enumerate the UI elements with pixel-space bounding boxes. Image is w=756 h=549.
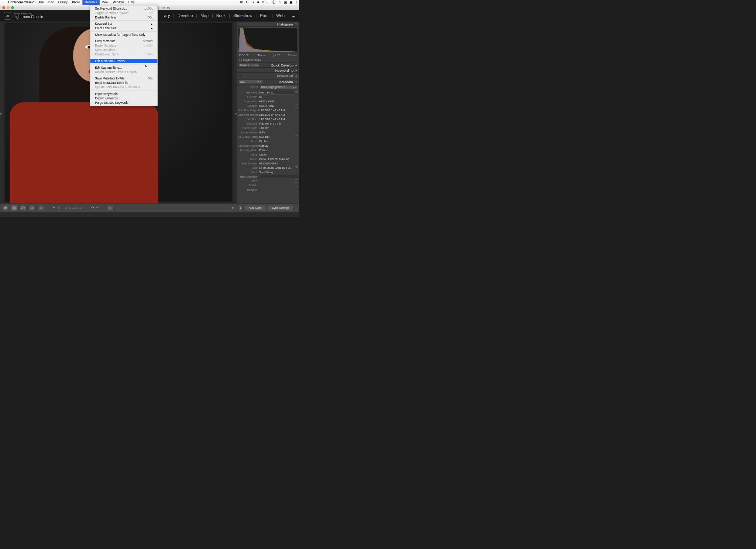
- metadata-value: Canon: [259, 153, 298, 156]
- flame-icon[interactable]: ♨: [278, 0, 281, 4]
- module-develop[interactable]: Develop: [174, 13, 196, 18]
- people-view-button[interactable]: ☺: [38, 205, 44, 211]
- screen-icon[interactable]: ⌑: [262, 0, 264, 4]
- module-book[interactable]: Book: [213, 13, 229, 18]
- module-web[interactable]: Web: [273, 13, 288, 18]
- cloud-sync-icon[interactable]: ☁: [291, 13, 295, 18]
- app-menu[interactable]: Lightroom Classic: [6, 1, 37, 4]
- display-icon[interactable]: ▭: [266, 0, 269, 4]
- metadata-label: Date Time Digitized: [238, 113, 259, 116]
- keywording-header[interactable]: Keywording◀: [237, 68, 299, 73]
- camera-icon[interactable]: ■: [257, 0, 259, 4]
- auto-sync-switch[interactable]: ▮: [239, 205, 243, 211]
- module-map[interactable]: Map: [197, 13, 212, 18]
- auto-sync-button[interactable]: Auto Sync: [244, 205, 266, 211]
- identity-line1: Adobe Photoshop: [13, 12, 43, 15]
- rotate-ccw-button[interactable]: ↶: [91, 206, 94, 210]
- metadata-value: Did fire: [259, 140, 298, 143]
- metadata-label: Exposure Program: [238, 144, 259, 147]
- metadata-action-button[interactable]: ⇢: [295, 91, 298, 94]
- metadata-row: Cropped6720 x 4480⇢: [238, 104, 298, 108]
- close-window-button[interactable]: [2, 6, 5, 9]
- right-panel: Histogram▼ ISO 100 140 mm ƒ / 5.6 ¹⁄₁₂₅ …: [237, 21, 299, 204]
- menu-photo[interactable]: Photo: [70, 0, 82, 5]
- loupe-view-button[interactable]: ▭: [11, 205, 18, 211]
- survey-view-button[interactable]: ⊞: [29, 205, 35, 211]
- metadata-value: ¹⁄₁₂₅ sec at ƒ / 5.6: [259, 122, 298, 125]
- collapse-right-icon: [235, 112, 237, 115]
- menu-item: Update DNG Preview & Metadata: [90, 85, 158, 89]
- menu-library[interactable]: Library: [56, 0, 70, 5]
- menu-item[interactable]: Import Keywords...: [90, 92, 158, 96]
- status-icon[interactable]: ⦿: [240, 0, 243, 4]
- face-detect-button[interactable]: ☺: [107, 205, 114, 211]
- compare-view-button[interactable]: XY: [20, 205, 27, 211]
- menu-view[interactable]: View: [100, 0, 111, 5]
- rotate-cw-button[interactable]: ↷: [96, 206, 99, 210]
- menu-item[interactable]: Edit Metadata Presets...: [90, 59, 158, 63]
- menu-item[interactable]: Set Keyword Shortcut...⌥⇧⌘K: [90, 6, 158, 11]
- metadata-row: User Comment: [238, 174, 298, 179]
- app-icon[interactable]: ◼: [290, 0, 293, 4]
- histogram-display[interactable]: [238, 27, 298, 52]
- toolbar-menu-icon[interactable]: ▼: [231, 206, 234, 210]
- metadata-action-button[interactable]: ⇢: [295, 166, 298, 169]
- metadata-row: MakeCanon: [238, 152, 298, 157]
- menu-window[interactable]: Window: [111, 0, 126, 5]
- metadata-action-button[interactable]: ⇢: [295, 135, 298, 138]
- histogram-header[interactable]: Histogram▼: [237, 21, 299, 27]
- sync-toolbar: ▮ Auto Sync Sync Settings: [237, 203, 299, 212]
- left-panel-collapsed[interactable]: [0, 21, 3, 204]
- metadata-value[interactable]: [259, 175, 298, 178]
- metadata-row: FlashDid fire: [238, 139, 298, 143]
- menu-item[interactable]: Purge Unused Keywords: [90, 100, 158, 105]
- module-slideshow[interactable]: Slideshow: [230, 13, 255, 18]
- bluetooth-icon[interactable]: ᛒ: [295, 0, 297, 4]
- menu-item[interactable]: Color Label Set▶: [90, 26, 158, 30]
- checkbox-icon[interactable]: [239, 59, 242, 61]
- tablet-icon[interactable]: ▣: [284, 0, 287, 4]
- quick-develop-header[interactable]: Custom▼▲ Quick Develop◀: [237, 62, 299, 68]
- menu-item[interactable]: Show Metadata for Target Photo Only: [90, 33, 158, 37]
- metadata-set-dropdown[interactable]: EXIF▼▲: [239, 80, 263, 83]
- flag-reject-icon[interactable]: ⚐: [58, 206, 61, 210]
- menu-edit[interactable]: Edit: [46, 0, 56, 5]
- menu-item[interactable]: Export Keywords...: [90, 96, 158, 100]
- module-print[interactable]: Print: [257, 13, 272, 18]
- status-icon[interactable]: ↻: [246, 0, 249, 4]
- metadata-action-button[interactable]: ⇢: [295, 184, 298, 187]
- status-icon[interactable]: ✦: [252, 0, 255, 4]
- metadata-label: Focal Length: [238, 126, 259, 129]
- quick-develop-preset-dropdown[interactable]: Custom▼▲: [239, 63, 260, 67]
- rating-stars[interactable]: ★★★★★: [65, 206, 82, 210]
- metadata-action-button[interactable]: ⇢: [295, 180, 298, 183]
- metadata-value: 6720 x 4480: [259, 100, 298, 103]
- metadata-preset-dropdown[interactable]: Scott Copyright 2019▼▲: [260, 85, 298, 89]
- menu-item[interactable]: Keyword Set▶: [90, 21, 158, 26]
- menu-metadata[interactable]: Metadata: [82, 0, 100, 5]
- info-icon[interactable]: ⓘ: [272, 0, 275, 4]
- metadata-action-button[interactable]: ⇢: [295, 105, 298, 108]
- menu-item[interactable]: Copy Metadata...⌥⇧⌘C: [90, 39, 158, 44]
- metadata-label: Exposure Bias: [238, 131, 259, 134]
- metadata-value[interactable]: Flash Photo: [259, 91, 294, 95]
- menu-item[interactable]: Enable Painting⌃⌘K: [90, 15, 158, 20]
- menu-help[interactable]: Help: [126, 0, 137, 5]
- menu-item[interactable]: Save Metadata to File⌘S: [90, 76, 158, 81]
- menu-item[interactable]: Read Metadata from File: [90, 81, 158, 85]
- flag-pick-icon[interactable]: ⚑: [52, 206, 55, 210]
- sync-settings-button[interactable]: Sync Settings: [268, 205, 293, 211]
- metadata-label: Serial Number: [238, 162, 259, 165]
- metadata-label: Metering Mode: [238, 149, 259, 151]
- grid-view-button[interactable]: ▦: [2, 205, 9, 211]
- module-library[interactable]: ary: [161, 13, 173, 18]
- original-photo-toggle[interactable]: Original Photo: [237, 57, 299, 62]
- menu-file[interactable]: File: [37, 0, 46, 5]
- metadata-label: Flash: [238, 140, 259, 143]
- metadata-header[interactable]: EXIF▼▲ Metadata▼: [237, 79, 299, 84]
- maximize-window-button[interactable]: [11, 6, 14, 9]
- menu-item[interactable]: Edit Capture Time...: [90, 65, 158, 70]
- right-panel-edge[interactable]: [234, 21, 237, 204]
- minimize-window-button[interactable]: [7, 6, 10, 9]
- add-keyword-button[interactable]: +: [239, 74, 241, 78]
